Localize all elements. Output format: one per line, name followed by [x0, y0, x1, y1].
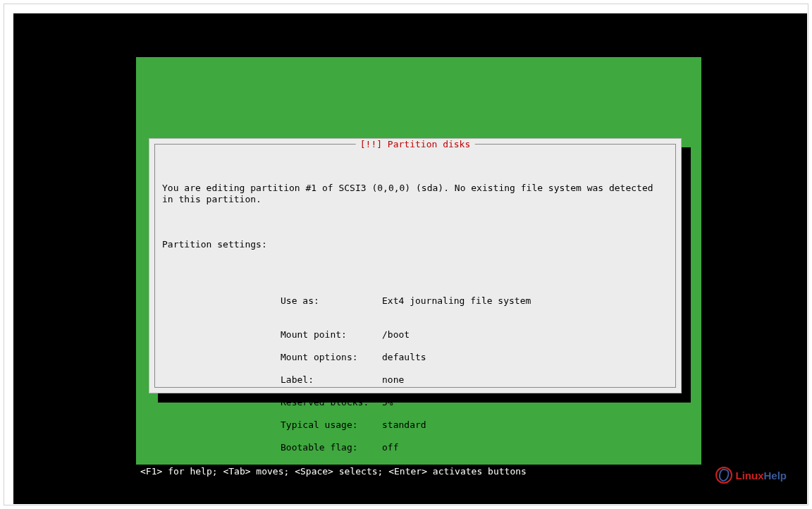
branding-logo: LinuxHelp — [715, 467, 787, 484]
setting-value: defaults — [382, 352, 426, 363]
dialog-title: [!!] Partition disks — [356, 139, 475, 150]
actions-block: Copy data from another partition Delete … — [281, 498, 668, 509]
setting-mount-options[interactable]: Mount options:defaults — [281, 352, 668, 363]
setting-value: Ext4 journaling file system — [382, 295, 531, 307]
setting-bootable-flag[interactable]: Bootable flag:off — [281, 442, 668, 453]
setting-value: standard — [382, 419, 426, 431]
setting-value: off — [382, 442, 398, 453]
settings-heading: Partition settings: — [162, 239, 668, 250]
setting-value: none — [382, 374, 404, 386]
branding-text: LinuxHelp — [735, 470, 787, 482]
setting-value: 5% — [382, 397, 393, 408]
setting-label: Typical usage: — [281, 419, 382, 431]
setting-label: Mount point: — [281, 329, 382, 341]
terminal-screen: [!!] Partition disks You are editing par… — [13, 13, 807, 504]
help-bar: <F1> for help; <Tab> moves; <Space> sele… — [136, 465, 701, 479]
partition-dialog: [!!] Partition disks You are editing par… — [149, 138, 682, 393]
setting-label: Mount options: — [281, 352, 382, 363]
setting-use-as[interactable]: Use as:Ext4 journaling file system — [281, 295, 668, 307]
setting-label: Label: — [281, 374, 382, 386]
setting-typical-usage[interactable]: Typical usage:standard — [281, 419, 668, 431]
linuxhelp-icon — [715, 467, 732, 484]
setting-label: Bootable flag: — [281, 442, 382, 453]
setting-label-field[interactable]: Label:none — [281, 374, 668, 386]
setting-mount-point[interactable]: Mount point:/boot — [281, 329, 668, 341]
dialog-body: [!!] Partition disks You are editing par… — [154, 144, 676, 388]
setting-label: Reserved blocks: — [281, 397, 382, 408]
settings-block: Use as:Ext4 journaling file system Mount… — [281, 284, 668, 465]
blank-line — [162, 216, 668, 228]
setting-reserved-blocks[interactable]: Reserved blocks:5% — [281, 397, 668, 408]
dialog-intro: You are editing partition #1 of SCSI3 (0… — [162, 183, 668, 205]
page-border: [!!] Partition disks You are editing par… — [4, 4, 808, 505]
blank-line — [162, 262, 668, 273]
setting-value: /boot — [382, 329, 410, 341]
setting-label: Use as: — [281, 295, 382, 307]
